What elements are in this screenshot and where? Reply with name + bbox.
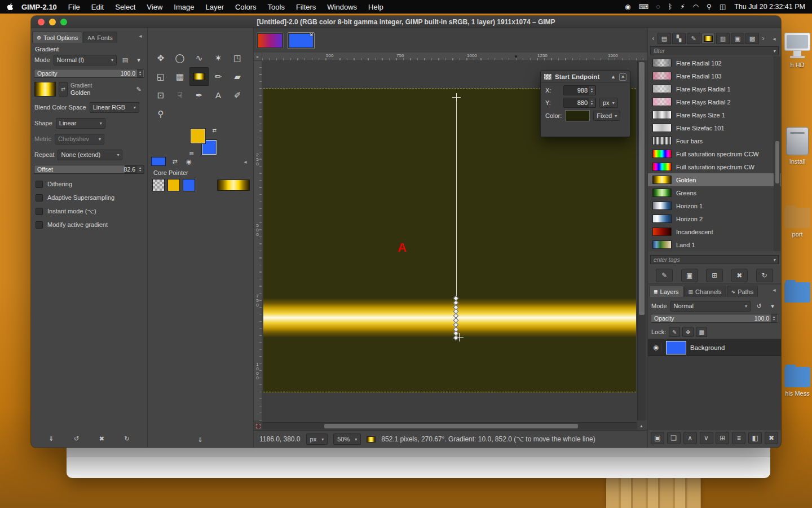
delete-tool-preset-button[interactable]: ✖ xyxy=(96,433,107,444)
pencil-tool[interactable]: ✏ xyxy=(209,67,228,86)
dock-menu-button[interactable]: ◂ xyxy=(770,36,779,42)
menu-windows[interactable]: Windows xyxy=(321,0,363,14)
apple-menu[interactable] xyxy=(7,3,14,11)
reverse-gradient-button[interactable]: ⇄ xyxy=(59,82,68,97)
tab-gradients[interactable] xyxy=(701,33,715,44)
menu-select[interactable]: Select xyxy=(109,0,141,14)
image-tab-2[interactable]: ✕ xyxy=(288,32,315,49)
menu-colors[interactable]: Colors xyxy=(230,0,262,14)
opacity-slider[interactable]: Opacity 100.0 ▴▾ xyxy=(34,69,144,78)
menu-filters[interactable]: Filters xyxy=(290,0,321,14)
menubar-app-name[interactable]: GIMP-2.10 xyxy=(16,3,63,11)
titlebar[interactable]: [Untitled]-2.0 (RGB color 8-bit gamma in… xyxy=(31,16,781,28)
gradient-list-item[interactable]: Full saturation spectrum CCW xyxy=(648,147,781,160)
tab-palettes[interactable]: ▥ xyxy=(716,33,730,44)
close-tab-icon[interactable]: ✕ xyxy=(309,32,314,38)
zoom-dropdown[interactable]: 50% ▾ xyxy=(333,433,361,445)
save-icon[interactable]: ⇓ xyxy=(195,435,205,445)
close-window-button[interactable] xyxy=(38,19,45,25)
tab-fonts[interactable]: ▣ xyxy=(731,33,744,44)
endpoint-color-swatch[interactable] xyxy=(565,110,590,121)
ellipse-select-tool[interactable]: ◯ xyxy=(170,49,189,67)
refresh-gradients-button[interactable]: ↻ xyxy=(756,269,773,282)
info-icon[interactable]: ◉ xyxy=(184,156,194,167)
lock-alpha-icon[interactable]: ▩ xyxy=(696,327,707,337)
move-tool[interactable]: ✥ xyxy=(151,49,170,67)
gradient-list-scrollbar-thumb[interactable] xyxy=(775,141,779,183)
dock-menu-button[interactable]: ◂ xyxy=(136,33,145,39)
menu-tools[interactable]: Tools xyxy=(262,0,290,14)
duplicate-layer-button[interactable]: ⊞ xyxy=(716,432,729,444)
delete-gradient-button[interactable]: ✖ xyxy=(731,269,748,282)
edit-gradient-icon-button[interactable]: ✎ xyxy=(134,84,144,94)
vertical-ruler[interactable]: 2505007501000 xyxy=(254,61,262,421)
checkbox-dithering[interactable]: Dithering xyxy=(36,178,144,190)
tab-buffers[interactable]: ▩ xyxy=(745,33,759,44)
crop-tool[interactable]: ◳ xyxy=(228,49,247,67)
quick-mask-button[interactable] xyxy=(254,422,262,430)
tab-tool-options[interactable]: ⚙Tool Options xyxy=(32,32,82,43)
checkbox-adaptive-supersampling[interactable]: Adaptive Supersampling xyxy=(36,192,144,203)
paint-mode-menu-button[interactable]: ▤ xyxy=(120,55,130,65)
duplicate-gradient-button[interactable]: ⊞ xyxy=(706,269,723,282)
menu-image[interactable]: Image xyxy=(168,0,200,14)
text-tool[interactable]: A xyxy=(209,86,228,104)
endpoint-x-input[interactable]: 988 ▴▾ xyxy=(563,85,596,95)
reset-tool-options-button[interactable]: ↻ xyxy=(122,433,132,444)
edit-gradient-button[interactable]: ✎ xyxy=(656,269,673,282)
layer-opacity-slider[interactable]: Opacity 100.0 ▴▾ xyxy=(651,314,778,323)
battery-icon[interactable]: ⚡ xyxy=(680,3,685,11)
gradient-list-item[interactable]: Full saturation spectrum CW xyxy=(648,160,781,173)
add-mask-button[interactable]: ◧ xyxy=(748,432,762,444)
eraser-tool[interactable]: ▰ xyxy=(228,67,247,86)
tab-channels[interactable]: ▥Channels xyxy=(684,286,726,297)
lower-layer-button[interactable]: ∨ xyxy=(700,432,713,444)
gradient-start-handle[interactable] xyxy=(452,93,461,102)
background-window[interactable] xyxy=(67,448,770,478)
spotlight-icon[interactable]: ⚲ xyxy=(707,3,712,11)
fuzzy-select-tool[interactable]: ✶ xyxy=(209,49,228,67)
menu-layer[interactable]: Layer xyxy=(200,0,230,14)
menubar-clock[interactable]: Thu Jul 20 2:32:41 PM xyxy=(734,3,805,11)
tab-patterns[interactable]: ▚ xyxy=(672,33,686,44)
lock-pixels-icon[interactable]: ✎ xyxy=(669,327,680,337)
checkbox-modify-active-gradient[interactable]: Modify active gradient xyxy=(36,219,144,230)
tab-brushes[interactable]: ✎ xyxy=(687,33,700,44)
activity-icon[interactable]: ◉ xyxy=(625,3,630,11)
delete-layer-button[interactable]: ✖ xyxy=(765,432,778,444)
record-icon[interactable]: ◌ xyxy=(656,3,660,11)
layer-row[interactable]: ◉Background xyxy=(648,339,781,356)
paint-mode-caret-button[interactable]: ▾ xyxy=(134,55,144,65)
control-center-icon[interactable]: ◫ xyxy=(720,3,726,11)
y-spinner[interactable]: ▴▾ xyxy=(589,98,595,107)
shape-dropdown[interactable]: Linear ▾ xyxy=(56,118,105,129)
menu-view[interactable]: View xyxy=(141,0,168,14)
bluetooth-icon[interactable]: ᛒ xyxy=(668,3,672,11)
endpoint-fixed-dropdown[interactable]: Fixed ▾ xyxy=(593,111,620,121)
vertical-scrollbar-thumb[interactable] xyxy=(639,62,645,315)
legacy-modes-button[interactable]: ↺ xyxy=(754,301,764,311)
smudge-tool[interactable]: ☟ xyxy=(170,86,189,104)
keyboard-icon[interactable]: ⌨ xyxy=(638,3,648,11)
offset-spinner[interactable]: ▴▾ xyxy=(137,165,143,173)
gradient-filter-input[interactable]: filter ▾ xyxy=(650,46,779,55)
menu-help[interactable]: Help xyxy=(363,0,389,14)
endpoint-unit-dropdown[interactable]: px ▾ xyxy=(599,98,618,108)
ink-tool[interactable]: ✒ xyxy=(189,86,209,104)
color-picker-tool[interactable]: ✐ xyxy=(228,86,247,104)
pointer-fg-swatch[interactable] xyxy=(167,179,180,191)
gradient-list-item[interactable]: Horizon 1 xyxy=(648,199,781,212)
brush-swatch[interactable] xyxy=(152,179,165,191)
opacity-spinner[interactable]: ▴▾ xyxy=(137,69,143,77)
horizontal-scrollbar-thumb[interactable] xyxy=(324,424,578,428)
offset-slider[interactable]: Offset 82.6 ▴▾ xyxy=(34,165,144,174)
free-select-tool[interactable]: ∿ xyxy=(189,49,209,67)
metric-dropdown[interactable]: Chebyshev ▾ xyxy=(55,134,104,144)
desktop-icon-his-mess[interactable]: his Mess xyxy=(782,367,812,397)
zoom-tool[interactable]: ⚲ xyxy=(151,104,170,123)
gradient-list-item[interactable]: Incandescent xyxy=(648,225,781,238)
minimize-window-button[interactable] xyxy=(49,19,56,25)
gradient-list-item[interactable]: Flare Radial 102 xyxy=(648,56,781,69)
default-colors-icon[interactable]: ▤ xyxy=(189,151,194,156)
tab-layers[interactable]: ≣Layers xyxy=(649,286,683,297)
